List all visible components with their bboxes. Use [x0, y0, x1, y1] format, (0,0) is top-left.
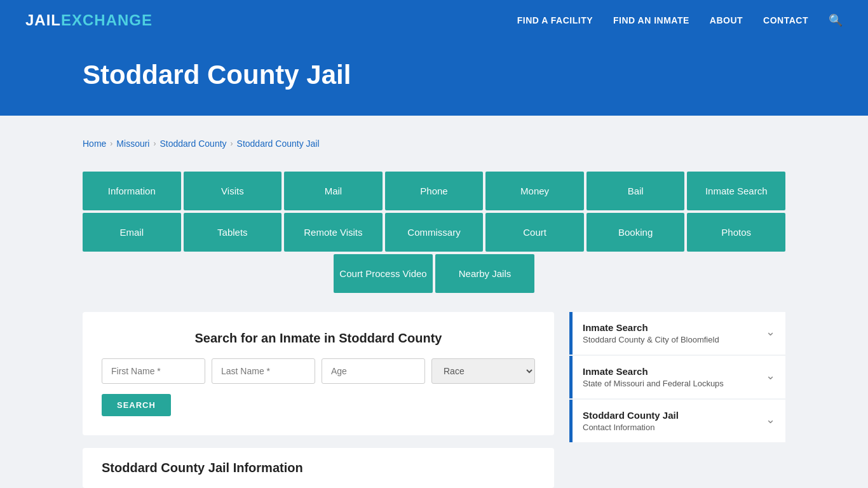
sidebar-item-sub-1: State of Missouri and Federal Lockups [583, 379, 724, 388]
hero-section: Stoddard County Jail [0, 41, 868, 116]
chevron-down-icon-0: ⌄ [766, 325, 775, 339]
nav-find-inmate[interactable]: FIND AN INMATE [613, 15, 689, 25]
breadcrumb-sep-2: › [153, 139, 156, 148]
info-section: Stoddard County Jail Information [83, 448, 554, 488]
content-wrapper: Home › Missouri › Stoddard County › Stod… [0, 116, 868, 488]
age-input[interactable] [322, 358, 425, 384]
sidebar-item-0[interactable]: Inmate Search Stoddard County & City of … [569, 312, 785, 355]
tab-court-process-video[interactable]: Court Process Video [334, 254, 433, 293]
last-name-input[interactable] [212, 358, 315, 384]
search-button[interactable]: SEARCH [102, 394, 171, 416]
tab-inmate-search[interactable]: Inmate Search [687, 172, 785, 210]
info-title: Stoddard County Jail Information [102, 461, 535, 475]
sidebar-item-title-1: Inmate Search [583, 366, 724, 377]
tab-court[interactable]: Court [485, 213, 584, 252]
breadcrumb-stoddard-county[interactable]: Stoddard County [159, 139, 226, 149]
search-icon[interactable]: 🔍 [829, 13, 843, 27]
chevron-down-icon-2: ⌄ [766, 412, 775, 426]
breadcrumb-sep-3: › [231, 139, 233, 148]
breadcrumb-home[interactable]: Home [83, 139, 106, 149]
nav-contact[interactable]: CONTACT [763, 15, 808, 25]
tabs-row-2: Email Tablets Remote Visits Commissary C… [83, 213, 785, 252]
nav-about[interactable]: ABOUT [710, 15, 743, 25]
tab-commissary[interactable]: Commissary [385, 213, 484, 252]
sidebar-item-title-0: Inmate Search [583, 322, 719, 333]
sidebar-item-sub-2: Contact Information [583, 423, 679, 432]
tab-photos[interactable]: Photos [687, 213, 785, 252]
logo[interactable]: JAIL EXCHANGE [25, 11, 153, 29]
sidebar-item-sub-0: Stoddard County & City of Bloomfield [583, 335, 719, 344]
search-form: Race [102, 358, 535, 384]
tab-money[interactable]: Money [485, 172, 584, 210]
inmate-search-box: Search for an Inmate in Stoddard County … [83, 312, 554, 435]
tab-email[interactable]: Email [83, 213, 181, 252]
breadcrumb: Home › Missouri › Stoddard County › Stod… [83, 128, 785, 159]
tab-information[interactable]: Information [83, 172, 181, 210]
tab-nearby-jails[interactable]: Nearby Jails [435, 254, 534, 293]
logo-exchange: EXCHANGE [61, 11, 153, 29]
sidebar: Inmate Search Stoddard County & City of … [569, 312, 785, 444]
tab-booking[interactable]: Booking [587, 213, 685, 252]
search-title: Search for an Inmate in Stoddard County [102, 331, 535, 346]
logo-jail: JAIL [25, 11, 61, 29]
sidebar-item-title-2: Stoddard County Jail [583, 410, 679, 421]
breadcrumb-missouri[interactable]: Missouri [116, 139, 149, 149]
page-title: Stoddard County Jail [83, 60, 843, 90]
first-name-input[interactable] [102, 358, 205, 384]
tabs-row-3: Court Process Video Nearby Jails [83, 254, 785, 293]
tab-bail[interactable]: Bail [587, 172, 685, 210]
sidebar-item-1[interactable]: Inmate Search State of Missouri and Fede… [569, 356, 785, 398]
tab-tablets[interactable]: Tablets [184, 213, 282, 252]
breadcrumb-current[interactable]: Stoddard County Jail [237, 139, 320, 149]
header: JAIL EXCHANGE FIND A FACILITY FIND AN IN… [0, 0, 868, 41]
breadcrumb-sep-1: › [110, 139, 112, 148]
race-select[interactable]: Race [431, 358, 535, 384]
chevron-down-icon-1: ⌄ [766, 369, 775, 383]
sidebar-item-2[interactable]: Stoddard County Jail Contact Information… [569, 400, 785, 442]
tab-mail[interactable]: Mail [284, 172, 383, 210]
main-left: Search for an Inmate in Stoddard County … [83, 312, 554, 488]
nav-find-facility[interactable]: FIND A FACILITY [517, 15, 593, 25]
tab-remote-visits[interactable]: Remote Visits [284, 213, 383, 252]
sidebar-item-text-1: Inmate Search State of Missouri and Fede… [583, 366, 724, 388]
sidebar-item-text-0: Inmate Search Stoddard County & City of … [583, 322, 719, 344]
main-layout: Search for an Inmate in Stoddard County … [83, 312, 785, 488]
sidebar-item-text-2: Stoddard County Jail Contact Information [583, 410, 679, 432]
tabs-row-1: Information Visits Mail Phone Money Bail… [83, 172, 785, 210]
main-nav: FIND A FACILITY FIND AN INMATE ABOUT CON… [517, 13, 843, 27]
tab-visits[interactable]: Visits [184, 172, 282, 210]
tab-phone[interactable]: Phone [385, 172, 484, 210]
